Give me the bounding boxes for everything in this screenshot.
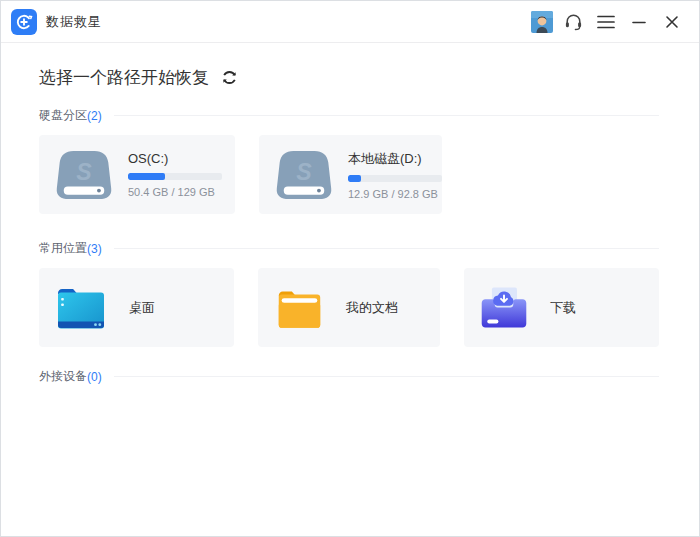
drive-info: OS(C:) 50.4 GB / 129 GB bbox=[128, 151, 222, 198]
location-card-desktop[interactable]: 桌面 bbox=[39, 268, 234, 347]
section-count: (0) bbox=[87, 370, 102, 384]
section-divider bbox=[114, 376, 659, 377]
drive-card-c[interactable]: S OS(C:) 50.4 GB / 129 GB bbox=[39, 135, 235, 214]
minimize-button[interactable] bbox=[626, 9, 652, 35]
app-logo-icon bbox=[11, 9, 37, 35]
usage-bar-track bbox=[128, 173, 222, 180]
drive-name: 本地磁盘(D:) bbox=[348, 150, 442, 168]
svg-text:S: S bbox=[76, 158, 92, 184]
usage-bar-fill bbox=[348, 175, 361, 182]
location-card-downloads[interactable]: 下载 bbox=[464, 268, 659, 347]
downloads-tray-icon bbox=[478, 284, 530, 332]
section-partitions: 硬盘分区(2) bbox=[39, 107, 659, 124]
section-label: 硬盘分区 bbox=[39, 107, 87, 124]
drive-usage: 12.9 GB / 92.8 GB bbox=[348, 188, 442, 200]
location-label: 我的文档 bbox=[346, 299, 398, 317]
section-label: 外接设备 bbox=[39, 368, 87, 385]
section-label: 常用位置 bbox=[39, 240, 87, 257]
hard-drive-icon: S bbox=[53, 148, 115, 202]
user-avatar[interactable] bbox=[531, 11, 553, 33]
page-header: 选择一个路径开始恢复 bbox=[39, 65, 659, 89]
main-content: 选择一个路径开始恢复 硬盘分区(2) S bbox=[1, 43, 699, 385]
section-divider bbox=[114, 248, 659, 249]
section-external: 外接设备(0) bbox=[39, 368, 659, 385]
app-window: 数据救星 bbox=[0, 0, 700, 537]
location-cards: 桌面 我的文档 bbox=[39, 268, 659, 347]
usage-bar-track bbox=[348, 175, 442, 182]
desktop-folder-icon bbox=[53, 284, 109, 332]
titlebar-controls bbox=[531, 9, 685, 35]
location-card-documents[interactable]: 我的文档 bbox=[258, 268, 440, 347]
section-count: (2) bbox=[87, 109, 102, 123]
close-button[interactable] bbox=[659, 9, 685, 35]
page-title: 选择一个路径开始恢复 bbox=[39, 66, 209, 89]
menu-icon[interactable] bbox=[593, 9, 619, 35]
section-locations: 常用位置(3) bbox=[39, 240, 659, 257]
location-label: 下载 bbox=[550, 299, 576, 317]
section-divider bbox=[114, 115, 659, 116]
drive-info: 本地磁盘(D:) 12.9 GB / 92.8 GB bbox=[348, 150, 442, 200]
section-count: (3) bbox=[87, 242, 102, 256]
app-title: 数据救星 bbox=[46, 13, 102, 31]
support-headset-icon[interactable] bbox=[560, 9, 586, 35]
titlebar: 数据救星 bbox=[1, 1, 699, 43]
svg-text:S: S bbox=[296, 158, 312, 184]
drive-name: OS(C:) bbox=[128, 151, 222, 166]
refresh-icon[interactable] bbox=[221, 68, 239, 86]
drive-card-d[interactable]: S 本地磁盘(D:) 12.9 GB / 92.8 GB bbox=[259, 135, 442, 214]
documents-folder-icon bbox=[272, 284, 326, 332]
drive-usage: 50.4 GB / 129 GB bbox=[128, 186, 222, 198]
partition-cards: S OS(C:) 50.4 GB / 129 GB S bbox=[39, 135, 659, 214]
hard-drive-icon: S bbox=[273, 148, 335, 202]
usage-bar-fill bbox=[128, 173, 165, 180]
location-label: 桌面 bbox=[129, 299, 155, 317]
